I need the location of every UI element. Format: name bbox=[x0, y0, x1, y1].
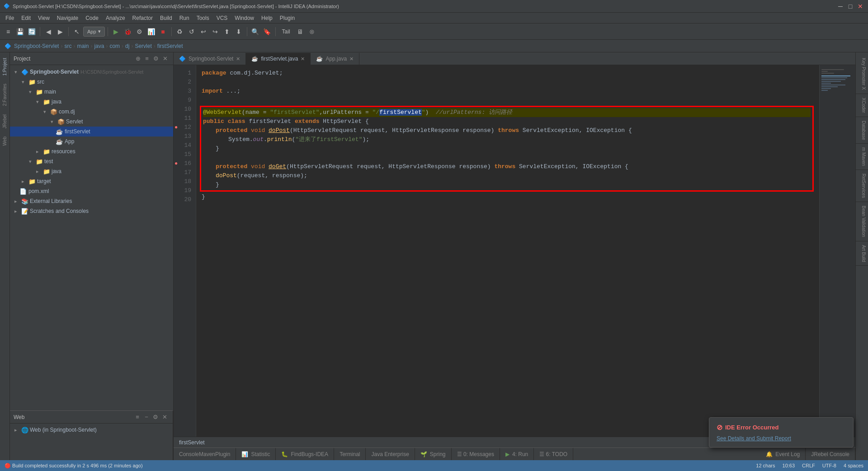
right-tab-art-build[interactable]: Art Build bbox=[856, 241, 868, 266]
tree-item-src[interactable]: ▾ 📁 src bbox=[10, 77, 173, 87]
tree-item-servlet-folder[interactable]: ▾ 📦 Servlet bbox=[10, 117, 173, 127]
project-hide-btn[interactable]: ✕ bbox=[160, 54, 170, 63]
breadcrumb-java[interactable]: java bbox=[94, 43, 104, 49]
tree-item-target[interactable]: ▸ 📁 target bbox=[10, 176, 173, 186]
tree-item-resources[interactable]: ▸ 📁 resources bbox=[10, 146, 173, 156]
menu-help[interactable]: Help bbox=[258, 13, 276, 24]
menu-vcs[interactable]: VCS bbox=[213, 13, 231, 24]
toolbar-redo-btn[interactable]: ↪ bbox=[210, 26, 221, 37]
toolbar-run-btn[interactable]: ▶ bbox=[111, 26, 122, 37]
tree-item-pom[interactable]: 📄 pom.xml bbox=[10, 186, 173, 196]
menu-file[interactable]: File bbox=[2, 13, 18, 24]
toolbar-stop-btn[interactable]: ■ bbox=[158, 26, 169, 37]
bottom-tab-statistic[interactable]: 📊 Statistic bbox=[236, 448, 276, 461]
bottom-tab-event-log[interactable]: 🔔 Event Log bbox=[760, 448, 806, 461]
tab-close-app[interactable]: ✕ bbox=[349, 56, 354, 62]
tree-item-scratches[interactable]: ▸ 📝 Scratches and Consoles bbox=[10, 206, 173, 216]
right-tab-retservices[interactable]: RetServices bbox=[856, 170, 868, 202]
tree-item-main[interactable]: ▾ 📁 main bbox=[10, 87, 173, 97]
bottom-tab-console-maven[interactable]: ConsoleMavenPlugin bbox=[174, 448, 236, 461]
menu-edit[interactable]: Edit bbox=[18, 13, 34, 24]
tree-item-ext-libs[interactable]: ▸ 📚 External Libraries bbox=[10, 196, 173, 206]
bottom-tab-messages[interactable]: ☰ 0: Messages bbox=[452, 448, 500, 461]
bottom-tab-run[interactable]: ▶ 4: Run bbox=[500, 448, 534, 461]
breadcrumb-main[interactable]: main bbox=[77, 43, 89, 49]
editor-tab-app[interactable]: ☕ App.java ✕ bbox=[311, 53, 359, 65]
menu-code[interactable]: Code bbox=[82, 13, 102, 24]
toolbar-bookmark-btn[interactable]: 🔖 bbox=[262, 26, 273, 37]
breadcrumb-dj[interactable]: dj bbox=[125, 43, 129, 49]
tree-item-test[interactable]: ▾ 📁 test bbox=[10, 156, 173, 166]
toolbar-run-with-coverage-btn[interactable]: ⚙ bbox=[134, 26, 145, 37]
toolbar-profile-btn[interactable]: 📊 bbox=[146, 26, 157, 37]
breadcrumb-com[interactable]: com bbox=[109, 43, 120, 49]
right-tab-database[interactable]: Database bbox=[856, 117, 868, 144]
project-collapse-btn[interactable]: ≡ bbox=[142, 54, 151, 63]
tab-close-project[interactable]: ✕ bbox=[236, 56, 240, 62]
menu-navigate[interactable]: Navigate bbox=[53, 13, 82, 24]
error-details-link[interactable]: See Details and Submit Report bbox=[717, 435, 791, 442]
side-tab-web[interactable]: Web bbox=[1, 133, 9, 149]
toolbar-deploy-btn[interactable]: ⬆ bbox=[222, 26, 232, 37]
tree-item-root[interactable]: ▾ 🔷 Springboot-Servlet H:\CSDN\Springboo… bbox=[10, 67, 173, 77]
toolbar-deploy2-btn[interactable]: ⬇ bbox=[233, 26, 244, 37]
bottom-tab-terminal[interactable]: Terminal bbox=[334, 448, 366, 461]
bottom-tab-jrebel-console[interactable]: JRebel Console bbox=[806, 448, 855, 461]
breadcrumb-project[interactable]: Springboot-Servlet bbox=[14, 43, 59, 49]
menu-window[interactable]: Window bbox=[231, 13, 258, 24]
side-tab-favorites[interactable]: 2:Favorites bbox=[1, 80, 9, 109]
toolbar-menu-btn[interactable]: ≡ bbox=[3, 26, 14, 37]
editor-tab-project[interactable]: 🔷 Springboot-Servlet ✕ bbox=[174, 53, 246, 65]
project-settings-btn[interactable]: ⚙ bbox=[151, 54, 160, 63]
toolbar-debug-btn[interactable]: 🐞 bbox=[123, 26, 133, 37]
toolbar-save-btn[interactable]: 💾 bbox=[14, 26, 25, 37]
code-content[interactable]: package com.dj.Servlet; import ...; bbox=[196, 65, 819, 437]
bottom-tab-spring[interactable]: 🌱 Spring bbox=[415, 448, 452, 461]
tree-item-test-java[interactable]: ▸ 📁 java bbox=[10, 166, 173, 176]
breadcrumb-file[interactable]: firstServlet bbox=[157, 43, 183, 49]
web-sort-btn[interactable]: ≡ bbox=[133, 413, 142, 422]
menu-run[interactable]: Run bbox=[176, 13, 193, 24]
tree-item-java[interactable]: ▾ 📁 java bbox=[10, 97, 173, 107]
web-settings-btn[interactable]: ⚙ bbox=[151, 413, 160, 422]
project-scope-btn[interactable]: ⊕ bbox=[133, 54, 142, 63]
menu-view[interactable]: View bbox=[34, 13, 53, 24]
menu-analyze[interactable]: Analyze bbox=[102, 13, 129, 24]
right-tab-maven[interactable]: m Maven bbox=[856, 144, 868, 170]
toolbar-cursor-btn[interactable]: ↖ bbox=[71, 26, 82, 37]
menu-refactor[interactable]: Refactor bbox=[129, 13, 156, 24]
bottom-tab-java-enterprise[interactable]: Java Enterprise bbox=[366, 448, 415, 461]
toolbar-forward-btn[interactable]: ▶ bbox=[55, 26, 66, 37]
tree-item-app[interactable]: ☕ App bbox=[10, 137, 173, 146]
web-filter-btn[interactable]: − bbox=[142, 413, 151, 422]
toolbar-reload-btn[interactable]: ↺ bbox=[186, 26, 197, 37]
toolbar-update-btn[interactable]: ♻ bbox=[175, 26, 185, 37]
toolbar-tail-label[interactable]: Tail bbox=[278, 26, 294, 37]
menu-plugin[interactable]: Plugin bbox=[276, 13, 298, 24]
bottom-tab-findbugs[interactable]: 🐛 FindBugs-IDEA bbox=[276, 448, 334, 461]
right-tab-key-promoter[interactable]: Key Promoter X bbox=[856, 54, 868, 94]
editor-tab-first-servlet[interactable]: ☕ firstServlet.java ✕ bbox=[246, 53, 311, 65]
minimize-button[interactable]: ─ bbox=[836, 2, 844, 10]
side-tab-jrebel[interactable]: JRebel bbox=[1, 111, 9, 132]
toolbar-sync-btn[interactable]: 🔄 bbox=[26, 26, 37, 37]
menu-tools[interactable]: Tools bbox=[193, 13, 213, 24]
toolbar-screen-btn[interactable]: 🖥 bbox=[295, 26, 306, 37]
bottom-tab-todo[interactable]: ☰ 6: TODO bbox=[534, 448, 573, 461]
toolbar-undo-btn[interactable]: ↩ bbox=[198, 26, 209, 37]
tree-item-first-servlet[interactable]: ☕ firstServlet bbox=[10, 127, 173, 137]
side-tab-project[interactable]: 1:Project bbox=[1, 54, 9, 79]
right-tab-xcoder[interactable]: XCoder bbox=[856, 94, 868, 117]
toolbar-app-dropdown[interactable]: App ▾ bbox=[83, 27, 105, 37]
tree-item-web[interactable]: ▸ 🌐 Web (in Springboot-Servlet) bbox=[10, 424, 173, 436]
tree-item-com-dj[interactable]: ▾ 📦 com.dj bbox=[10, 107, 173, 117]
maximize-button[interactable]: □ bbox=[846, 2, 854, 10]
breadcrumb-servlet-pkg[interactable]: Servlet bbox=[135, 43, 151, 49]
web-hide-btn[interactable]: ✕ bbox=[160, 413, 169, 422]
gutter-run-icon-16[interactable]: ● bbox=[175, 159, 178, 168]
close-button[interactable]: ✕ bbox=[856, 2, 864, 10]
tab-close-first-servlet[interactable]: ✕ bbox=[301, 56, 305, 62]
toolbar-search-btn[interactable]: 🔍 bbox=[250, 26, 261, 37]
menu-build[interactable]: Build bbox=[156, 13, 176, 24]
right-tab-bean-validation[interactable]: Bean Validation bbox=[856, 202, 868, 241]
